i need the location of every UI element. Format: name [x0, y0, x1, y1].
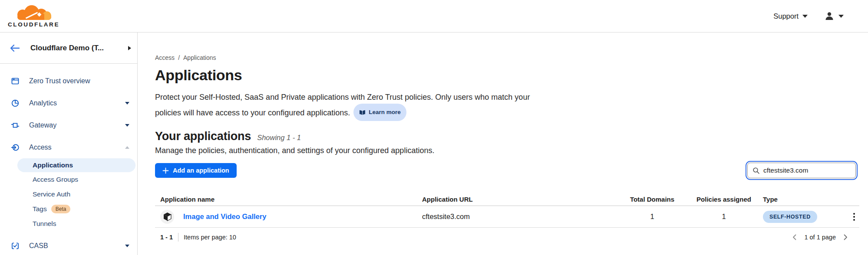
access-subnav: Applications Access Groups Service Auth … — [0, 158, 137, 231]
page-description-text: Protect your Self-Hosted, SaaS and Priva… — [155, 93, 530, 117]
total-domains-value: 1 — [620, 212, 685, 221]
page-title: Applications — [155, 67, 859, 84]
application-url: cftestsite3.com — [422, 212, 620, 221]
sidebar-item-label: CASB — [29, 242, 125, 250]
sidebar-item-label: Zero Trust overview — [29, 77, 129, 85]
support-caret-icon — [802, 15, 808, 18]
sidebar-item-tags[interactable]: Tags Beta — [0, 202, 137, 216]
login-arrow-icon — [11, 143, 20, 152]
items-range: 1 - 1 — [160, 234, 173, 241]
application-link[interactable]: Image and Video Gallery — [183, 212, 266, 221]
table-header-row: Application name Application URL Total D… — [155, 193, 859, 206]
breadcrumb-access[interactable]: Access — [155, 54, 175, 61]
breadcrumb-applications[interactable]: Applications — [183, 54, 216, 61]
page-indicator: 1 of 1 page — [804, 234, 836, 241]
sidebar-item-gateway[interactable]: Gateway — [0, 114, 137, 136]
sidebar-item-zero-trust-overview[interactable]: Zero Trust overview — [0, 70, 137, 92]
casb-check-icon — [11, 242, 20, 250]
sidebar-item-applications[interactable]: Applications — [17, 158, 135, 172]
page-description: Protect your Self-Hosted, SaaS and Priva… — [155, 91, 537, 121]
sidebar-item-tunnels[interactable]: Tunnels — [0, 216, 137, 231]
section-subtitle: Manage the policies, authentication, and… — [155, 146, 859, 155]
breadcrumb: Access / Applications — [155, 54, 859, 61]
gateway-icon — [11, 121, 20, 130]
sidebar-item-label: Tunnels — [33, 220, 56, 228]
account-name[interactable]: Cloudflare Demo (T... — [30, 44, 128, 52]
user-icon — [824, 11, 835, 21]
support-label: Support — [773, 12, 799, 20]
sidebar-account-header: Cloudflare Demo (T... — [0, 33, 137, 64]
type-badge: SELF-HOSTED — [763, 211, 817, 223]
sidebar-item-label: Gateway — [29, 121, 125, 129]
column-application-name: Application name — [155, 196, 422, 203]
column-type: Type — [763, 196, 833, 203]
cloudflare-logo[interactable]: CLOUDFLARE — [8, 4, 59, 28]
beta-badge: Beta — [51, 205, 71, 213]
table-footer: 1 - 1 Items per page: 10 1 of 1 page — [155, 233, 859, 242]
chevron-left-icon — [791, 234, 798, 241]
showing-count: Showing 1 - 1 — [257, 134, 301, 142]
chevron-down-icon — [125, 245, 129, 247]
main-content: Access / Applications Applications Prote… — [138, 33, 868, 255]
column-total-domains: Total Domains — [620, 196, 685, 203]
cloudflare-wordmark: CLOUDFLARE — [8, 21, 59, 28]
topbar: CLOUDFLARE Support — [0, 0, 868, 33]
policies-assigned-value: 1 — [685, 212, 763, 221]
section-title: Your applications — [155, 130, 251, 143]
sidebar-item-label: Access — [29, 144, 125, 151]
support-menu[interactable]: Support — [773, 12, 808, 20]
chevron-down-icon — [125, 124, 129, 127]
sidebar-item-label: Access Groups — [33, 176, 78, 183]
book-icon — [359, 110, 366, 115]
column-policies-assigned: Policies assigned — [685, 196, 763, 203]
chevron-down-icon — [125, 102, 129, 105]
pie-chart-icon — [11, 99, 20, 108]
applications-table: Application name Application URL Total D… — [155, 193, 859, 228]
search-icon — [752, 167, 760, 174]
learn-more-button[interactable]: Learn more — [353, 104, 406, 121]
user-caret-icon — [838, 15, 844, 18]
items-per-page-control[interactable]: Items per page: 10 — [184, 234, 236, 241]
breadcrumb-separator: / — [178, 54, 180, 61]
expand-triangle-icon[interactable] — [128, 46, 131, 50]
search-input[interactable] — [748, 163, 855, 178]
sidebar-item-access[interactable]: Access — [0, 136, 137, 158]
sidebar-item-access-groups[interactable]: Access Groups — [0, 172, 137, 187]
chevron-up-icon — [125, 146, 129, 149]
sidebar-item-label: Service Auth — [33, 190, 70, 198]
sidebar: Cloudflare Demo (T... Zero Trust overvie… — [0, 33, 138, 255]
sidebar-item-label: Tags — [33, 205, 47, 213]
user-menu[interactable] — [824, 11, 844, 21]
app-cube-icon — [160, 210, 174, 224]
chevron-right-icon — [842, 234, 849, 241]
plus-icon — [162, 167, 169, 174]
sidebar-item-label: Analytics — [29, 99, 125, 107]
sidebar-item-service-auth[interactable]: Service Auth — [0, 187, 137, 202]
learn-more-label: Learn more — [369, 106, 401, 119]
cloudflare-cloud-icon — [13, 4, 55, 21]
next-page-button[interactable] — [842, 234, 849, 241]
add-application-label: Add an application — [173, 167, 229, 174]
back-arrow-icon[interactable] — [10, 44, 20, 52]
previous-page-button[interactable] — [791, 234, 798, 241]
sidebar-item-casb[interactable]: CASB — [0, 235, 137, 255]
window-icon — [11, 77, 20, 85]
sidebar-item-analytics[interactable]: Analytics — [0, 92, 137, 114]
search-box — [747, 163, 856, 178]
add-application-button[interactable]: Add an application — [155, 163, 237, 178]
table-row: Image and Video Gallery cftestsite3.com … — [155, 206, 859, 228]
sidebar-item-label: Applications — [33, 161, 73, 169]
column-application-url: Application URL — [422, 196, 620, 203]
footer-divider — [178, 233, 178, 242]
row-actions-kebab[interactable] — [849, 211, 859, 222]
